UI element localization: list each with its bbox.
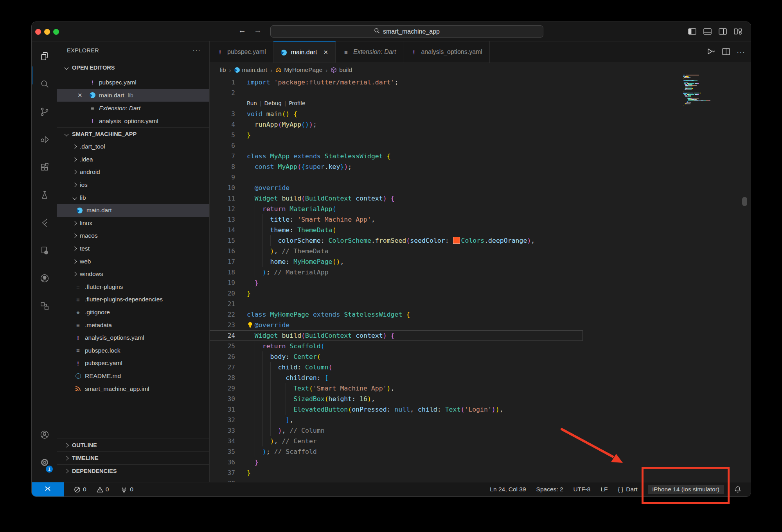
- status-item-language[interactable]: { }Dart: [618, 486, 638, 493]
- tree-file-main.dart[interactable]: main.dart: [57, 204, 209, 217]
- project-section-header[interactable]: SMART_MACHINE_APP: [57, 127, 209, 140]
- code-line-28: 28children: [: [210, 373, 751, 383]
- section-outline[interactable]: OUTLINE: [57, 439, 209, 451]
- command-center-search[interactable]: smart_machine_app: [270, 25, 543, 38]
- activity-explorer-icon[interactable]: [32, 45, 57, 67]
- activity-accounts-icon[interactable]: [32, 424, 57, 446]
- codelens-profile-link[interactable]: Profile: [289, 100, 305, 106]
- lightbulb-icon[interactable]: [247, 320, 255, 330]
- open-editor-item[interactable]: !analysis_options.yaml: [57, 115, 209, 127]
- tree-folder-macos[interactable]: macos: [57, 229, 209, 242]
- activity-flutter-icon[interactable]: [32, 212, 57, 234]
- tree-folder-lib[interactable]: lib: [57, 191, 209, 204]
- status-item-notifications[interactable]: [734, 486, 741, 493]
- minimize-window-button[interactable]: [44, 29, 50, 35]
- status-item-broadcasts[interactable]: 0: [120, 486, 133, 493]
- tab-extension-dart[interactable]: ≡Extension: Dart: [336, 41, 403, 63]
- toggle-secondary-sidebar-button[interactable]: [719, 28, 727, 35]
- code-line-35: 35); // Scaffold: [210, 446, 751, 457]
- navigate-forward-button[interactable]: →: [254, 26, 262, 35]
- code-area[interactable]: 1import 'package:flutter/material.dart';…: [210, 77, 751, 482]
- line-number: 6: [210, 140, 235, 151]
- status-item-eol[interactable]: LF: [600, 486, 608, 493]
- tree-folder-.dart_tool[interactable]: .dart_tool: [57, 140, 209, 153]
- more-actions-button[interactable]: ···: [737, 48, 745, 57]
- tree-file-README.md[interactable]: iREADME.md: [57, 370, 209, 383]
- tree-folder-windows[interactable]: windows: [57, 268, 209, 281]
- line-number: 16: [210, 246, 235, 256]
- navigate-back-button[interactable]: ←: [238, 26, 246, 35]
- tree-file-.metadata[interactable]: ≡.metadata: [57, 319, 209, 331]
- run-or-debug-button[interactable]: [706, 47, 715, 57]
- close-tab-icon[interactable]: ✕: [323, 49, 328, 56]
- status-item-cursor-position[interactable]: Ln 24, Col 39: [490, 486, 526, 493]
- close-window-button[interactable]: [35, 29, 41, 35]
- tree-file-.flutter-plugins-dependencies[interactable]: ≡.flutter-plugins-dependencies: [57, 293, 209, 306]
- open-editor-item[interactable]: ≡Extension: Dart: [57, 102, 209, 115]
- indent-guide: [262, 383, 270, 394]
- activity-remote-explorer-icon[interactable]: [32, 295, 57, 317]
- code-line-content: @override: [247, 320, 751, 330]
- tree-folder-test[interactable]: test: [57, 242, 209, 255]
- tree-file-pubspec.lock[interactable]: ≡pubspec.lock: [57, 344, 209, 357]
- tab-pubspec-yaml[interactable]: !pubspec.yaml: [210, 41, 273, 63]
- toggle-panel-button[interactable]: [703, 28, 712, 35]
- section-timeline[interactable]: TIMELINE: [57, 451, 209, 464]
- tree-folder-android[interactable]: android: [57, 166, 209, 179]
- open-editor-item[interactable]: ✕main.dartlib: [57, 89, 209, 102]
- close-editor-icon[interactable]: ✕: [77, 92, 83, 99]
- status-item-encoding[interactable]: UTF-8: [573, 486, 591, 493]
- tree-folder-web[interactable]: web: [57, 255, 209, 268]
- chevron-right-icon: [72, 234, 77, 238]
- tree-folder-linux[interactable]: linux: [57, 217, 209, 230]
- scrollbar-thumb[interactable]: [742, 197, 747, 206]
- tree-file-.gitignore[interactable]: ◆.gitignore: [57, 306, 209, 319]
- activity-testing-icon[interactable]: [32, 184, 57, 206]
- activity-runner-icon[interactable]: [32, 240, 57, 262]
- tab-main-dart[interactable]: main.dart✕: [273, 41, 336, 63]
- code-line-23: 23@override: [210, 320, 751, 330]
- line-number: 24: [210, 330, 235, 341]
- activity-extensions-icon[interactable]: [32, 156, 57, 178]
- status-item-errors[interactable]: 0: [74, 486, 86, 493]
- breadcrumb-item-lib[interactable]: lib: [220, 66, 226, 73]
- tree-folder-ios[interactable]: ios: [57, 179, 209, 192]
- breadcrumb-item-myhomepage[interactable]: MyHomePage: [275, 66, 322, 73]
- breadcrumb-item-main.dart[interactable]: main.dart: [234, 66, 268, 73]
- activity-source-control-icon[interactable]: [32, 101, 57, 123]
- section-dependencies[interactable]: DEPENDENCIES: [57, 464, 209, 477]
- status-item-warnings[interactable]: 0: [97, 486, 109, 493]
- tree-file-pubspec.yaml[interactable]: !pubspec.yaml: [57, 357, 209, 370]
- code-line-10: 10@override: [210, 183, 751, 193]
- breadcrumb-item-build[interactable]: build: [331, 66, 352, 73]
- split-editor-button[interactable]: [722, 48, 730, 57]
- activity-github-icon[interactable]: [32, 267, 57, 289]
- status-item-indentation[interactable]: Spaces: 2: [536, 486, 563, 493]
- zoom-window-button[interactable]: [53, 29, 59, 35]
- customize-layout-button[interactable]: [734, 28, 742, 35]
- explorer-more-actions-button[interactable]: ···: [192, 47, 201, 55]
- tree-file-smart_machine_app.iml[interactable]: smart_machine_app.iml: [57, 382, 209, 395]
- tree-file-analysis_options.yaml[interactable]: !analysis_options.yaml: [57, 331, 209, 344]
- tree-file-.flutter-plugins[interactable]: ≡.flutter-plugins: [57, 281, 209, 294]
- indent-guide: [247, 446, 255, 457]
- chevron-right-icon: [64, 456, 68, 460]
- indent-guide: [286, 404, 293, 415]
- codelens-debug-link[interactable]: Debug: [264, 100, 281, 106]
- activity-search-icon[interactable]: [32, 73, 57, 95]
- tree-folder-.idea[interactable]: .idea: [57, 153, 209, 166]
- minimap[interactable]: [683, 75, 730, 107]
- code-line-14: 14theme: ThemeData(: [210, 225, 751, 235]
- line-number: 12: [210, 204, 235, 214]
- open-editor-item[interactable]: !pubspec.yaml: [57, 76, 209, 89]
- codelens-run-link[interactable]: Run: [247, 100, 257, 106]
- toggle-sidebar-button[interactable]: [688, 28, 696, 35]
- activity-settings-icon[interactable]: 1: [32, 451, 57, 473]
- color-swatch[interactable]: [453, 237, 460, 244]
- open-editors-header[interactable]: OPEN EDITORS: [57, 59, 209, 76]
- code-line-1: 1import 'package:flutter/material.dart';: [210, 77, 751, 88]
- tab-analysis-options-yaml[interactable]: !analysis_options.yaml: [403, 41, 490, 63]
- remote-indicator[interactable]: [32, 482, 64, 496]
- code-line-12: 12return MaterialApp(: [210, 204, 751, 214]
- activity-run-debug-icon[interactable]: [32, 129, 57, 150]
